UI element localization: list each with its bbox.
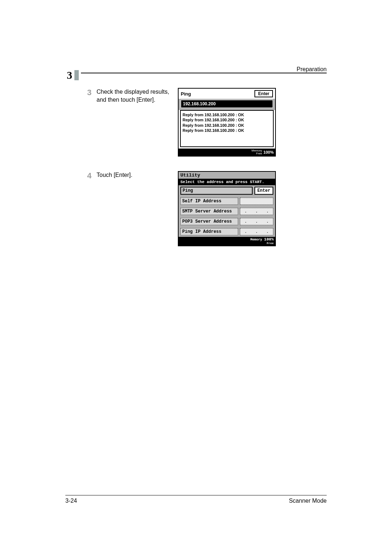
address-row: POP3 Server Address . . . (179, 216, 275, 227)
chapter-number: 3 (65, 69, 74, 81)
ping-titlebar: Ping Enter (178, 88, 276, 99)
step-instruction: Touch [Enter]. (97, 171, 132, 181)
ping-body: Reply from 192.168.100.200 : OK Reply fr… (178, 110, 276, 157)
step-line: and then touch [Enter]. (97, 97, 155, 103)
instruction-step: 3 Check the displayed results, and then … (87, 88, 327, 157)
smtp-server-button[interactable]: SMTP Server Address (180, 208, 238, 215)
ip-bar-wrap: 192.168.100.200 (178, 99, 276, 110)
address-value-dots: . . . (240, 228, 273, 235)
self-ip-button[interactable]: Self IP Address (180, 198, 238, 205)
instruction-step: 4 Touch [Enter]. Utility Select the addr… (87, 171, 327, 246)
enter-button[interactable]: Enter (254, 187, 273, 195)
memory-status-bar: Memory 100% Free (179, 237, 275, 246)
chapter-accent-block (74, 70, 79, 80)
utility-ping-screenshot: Utility Select the address and press STA… (178, 171, 276, 246)
enter-button[interactable]: Enter (254, 90, 273, 97)
header-divider: 3 Preparation (65, 73, 327, 73)
ip-address-bar: 192.168.100.200 (181, 100, 273, 108)
footer-divider: 3-24 Scanner Mode (65, 495, 327, 504)
ping-result-screenshot: Ping Enter 192.168.100.200 Reply from 19… (178, 88, 276, 157)
memory-value: 100% (264, 237, 274, 242)
step-line: Touch [Enter]. (97, 172, 132, 178)
ping-title: Ping (181, 91, 191, 97)
step-number: 4 (87, 171, 97, 181)
address-row: Self IP Address (179, 196, 275, 206)
page-number: 3-24 (65, 498, 77, 504)
memory-value: 100% (264, 150, 274, 154)
utility-message: Select the address and press START. (179, 179, 275, 185)
pop3-server-button[interactable]: POP3 Server Address (180, 218, 238, 225)
ping-reply-list: Reply from 192.168.100.200 : OK Reply fr… (180, 110, 274, 147)
address-value-dots: . . . (240, 218, 273, 225)
chapter-badge: 3 (65, 69, 81, 81)
ping-reply-line: Reply from 192.168.100.200 : OK (183, 128, 271, 133)
memory-label: Memory (250, 238, 262, 242)
content-area: 3 Check the displayed results, and then … (87, 88, 327, 246)
ping-reply-line: Reply from 192.168.100.200 : OK (183, 117, 271, 122)
address-row: SMTP Server Address . . . (179, 206, 275, 216)
utility-panel: Utility Select the address and press STA… (178, 171, 276, 246)
step-number: 3 (87, 88, 97, 104)
utility-title: Utility (179, 172, 275, 179)
footer-mode-label: Scanner Mode (289, 498, 327, 504)
memory-status-bar: Memory Free 100% (179, 149, 275, 156)
ping-reply-line: Reply from 192.168.100.200 : OK (183, 112, 271, 117)
ping-header-row: Ping Enter (179, 185, 275, 196)
memory-label: Memory Free (252, 149, 262, 155)
step-text-column: 3 Check the displayed results, and then … (87, 88, 171, 104)
address-row: Ping IP Address . . . (179, 227, 275, 237)
step-text-column: 4 Touch [Enter]. (87, 171, 171, 181)
address-value-dots: . . . (240, 208, 273, 215)
memory-free-label: Free (267, 242, 274, 245)
document-page: 3 Preparation 3 Check the displayed resu… (0, 0, 392, 555)
address-value-blank (240, 198, 273, 205)
ping-ip-button[interactable]: Ping IP Address (180, 228, 238, 235)
ping-tab[interactable]: Ping (180, 187, 253, 195)
step-line: Check the displayed results, (97, 89, 169, 95)
step-instruction: Check the displayed results, and then to… (97, 88, 169, 104)
ping-reply-line: Reply from 192.168.100.200 : OK (183, 123, 271, 128)
header-section-title: Preparation (294, 66, 327, 73)
page-footer: 3-24 Scanner Mode (65, 495, 327, 504)
